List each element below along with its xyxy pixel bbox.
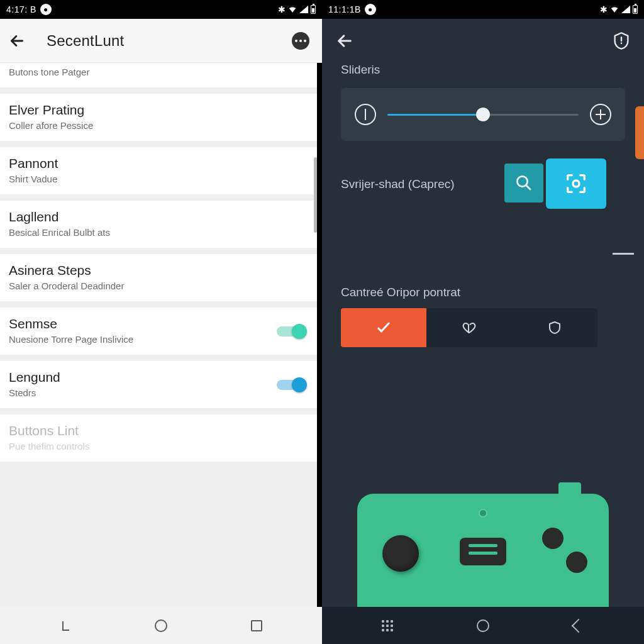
svg-point-1 bbox=[573, 180, 579, 187]
slider-fill bbox=[387, 114, 483, 116]
app-bar: SecentLunt bbox=[0, 19, 322, 63]
shield-icon bbox=[547, 320, 562, 335]
notification-dot-icon: ● bbox=[40, 4, 52, 15]
list-item-title: Senmse bbox=[9, 316, 308, 331]
list-item[interactable]: Buttons Lint Pue thefim controls bbox=[0, 414, 317, 462]
left-screen: 4:17: B ● ✱ SecentLunt Butons tone Patge… bbox=[0, 0, 322, 644]
bluetooth-icon: ✱ bbox=[278, 4, 286, 14]
right-screen: 11:1:1B ● ✱ Slideris bbox=[322, 0, 644, 644]
next-card-peek[interactable] bbox=[635, 106, 644, 159]
list-item-subtitle: Coller afore Pessice bbox=[9, 120, 308, 131]
slider-thumb[interactable] bbox=[476, 108, 490, 121]
list-item[interactable]: Pannont Shirt Vadue bbox=[0, 147, 317, 194]
segment-option-1[interactable] bbox=[341, 308, 426, 347]
divider-icon bbox=[613, 253, 634, 255]
segment-option-3[interactable] bbox=[512, 308, 597, 347]
heart-icon bbox=[462, 320, 477, 335]
recent-icon bbox=[59, 619, 72, 632]
segment-option-2[interactable] bbox=[426, 308, 512, 347]
arrow-left-icon bbox=[336, 32, 353, 50]
warning-button[interactable] bbox=[613, 31, 630, 50]
section-label-segment: Cantreé Oripor pontrat bbox=[341, 286, 625, 299]
list-item-title: Elver Prating bbox=[9, 103, 308, 118]
list-item[interactable]: Senmse Nuesione Torre Page Inslivice bbox=[0, 308, 317, 355]
signal-icon bbox=[299, 6, 308, 13]
arrow-left-icon bbox=[9, 33, 25, 49]
nav-home-button[interactable] bbox=[475, 618, 491, 634]
nav-back-button[interactable] bbox=[570, 618, 587, 634]
list-item[interactable]: Lengund Stedrs bbox=[0, 361, 317, 408]
list-item-title: Pannont bbox=[9, 156, 308, 171]
nav-bar bbox=[322, 607, 644, 644]
scan-icon bbox=[564, 171, 589, 196]
list-item-title: Buttons Lint bbox=[9, 423, 308, 438]
list-item[interactable]: Elver Prating Coller afore Pessice bbox=[0, 94, 317, 141]
status-bar: 4:17: B ● ✱ bbox=[0, 0, 322, 19]
overflow-menu-button[interactable] bbox=[292, 32, 309, 50]
slider-increase-button[interactable] bbox=[590, 104, 611, 125]
battery-icon bbox=[633, 5, 638, 14]
toggle-switch[interactable] bbox=[277, 377, 304, 392]
analog-stick-icon bbox=[382, 535, 419, 572]
shield-warning-icon bbox=[613, 31, 630, 50]
segmented-control bbox=[341, 308, 597, 347]
list-item-subtitle: Nuesione Torre Page Inslivice bbox=[9, 334, 308, 345]
settings-list[interactable]: Butons tone Patger Elver Prating Coller … bbox=[0, 63, 317, 607]
nav-home-button[interactable] bbox=[153, 618, 169, 634]
status-time: 11:1:1B bbox=[328, 4, 361, 14]
status-bar: 11:1:1B ● ✱ bbox=[322, 0, 644, 19]
battery-icon bbox=[311, 5, 316, 14]
app-bar bbox=[322, 19, 644, 63]
gamepad-illustration bbox=[357, 475, 609, 607]
list-item-title: Lagllend bbox=[9, 209, 308, 225]
list-item-subtitle: Stedrs bbox=[9, 387, 308, 398]
section-switch: Svrijer-shad (Caprec) bbox=[341, 177, 625, 191]
gamepad-port-icon bbox=[460, 538, 506, 565]
list-item-subtitle: Pue thefim controls bbox=[9, 441, 308, 452]
list-item-subtitle: Saler a Oroderal Deadinder bbox=[9, 280, 308, 291]
section-segment: Cantreé Oripor pontrat bbox=[341, 286, 625, 347]
toggle-switch[interactable] bbox=[277, 324, 304, 339]
gamepad-button-icon bbox=[542, 528, 564, 549]
nav-back-button[interactable] bbox=[248, 618, 265, 634]
wifi-icon bbox=[288, 5, 297, 14]
wifi-icon bbox=[610, 5, 619, 14]
page-title: SecentLunt bbox=[47, 32, 124, 50]
list-item[interactable]: Butons tone Patger bbox=[0, 63, 317, 87]
list-item[interactable]: Lagllend Besical Enrical Bulbt ats bbox=[0, 201, 317, 248]
back-button[interactable] bbox=[9, 33, 25, 49]
signal-icon bbox=[621, 6, 630, 13]
search-button[interactable] bbox=[504, 164, 543, 203]
list-item-subtitle: Shirt Vadue bbox=[9, 174, 308, 184]
list-item-title: Lengund bbox=[9, 370, 308, 385]
section-label-slider: Slideris bbox=[341, 63, 625, 77]
slider[interactable] bbox=[387, 114, 579, 116]
list-item-title: Asinera Steps bbox=[9, 263, 308, 278]
list-item-subtitle: Besical Enrical Bulbt ats bbox=[9, 227, 308, 238]
notification-dot-icon: ● bbox=[365, 4, 376, 15]
list-item-subtitle: Butons tone Patger bbox=[9, 67, 308, 77]
nav-recent-button[interactable] bbox=[57, 618, 74, 634]
apps-grid-icon bbox=[382, 620, 393, 631]
app-body: Slideris Svrijer-shad (Caprec) bbox=[322, 19, 644, 607]
scroll-indicator[interactable] bbox=[314, 157, 317, 233]
list-item[interactable]: Asinera Steps Saler a Oroderal Deadinder bbox=[0, 254, 317, 301]
slider-card bbox=[341, 88, 625, 141]
nav-bar bbox=[0, 607, 322, 644]
led-icon bbox=[479, 509, 487, 518]
scan-button[interactable] bbox=[546, 158, 606, 209]
search-icon bbox=[514, 174, 533, 192]
status-time: 4:17: B bbox=[6, 4, 36, 14]
back-button[interactable] bbox=[336, 32, 353, 50]
gamepad-button-icon bbox=[566, 552, 587, 573]
check-icon bbox=[375, 319, 392, 336]
slider-decrease-button[interactable] bbox=[355, 104, 376, 125]
bluetooth-icon: ✱ bbox=[600, 4, 608, 14]
nav-apps-button[interactable] bbox=[379, 618, 396, 634]
